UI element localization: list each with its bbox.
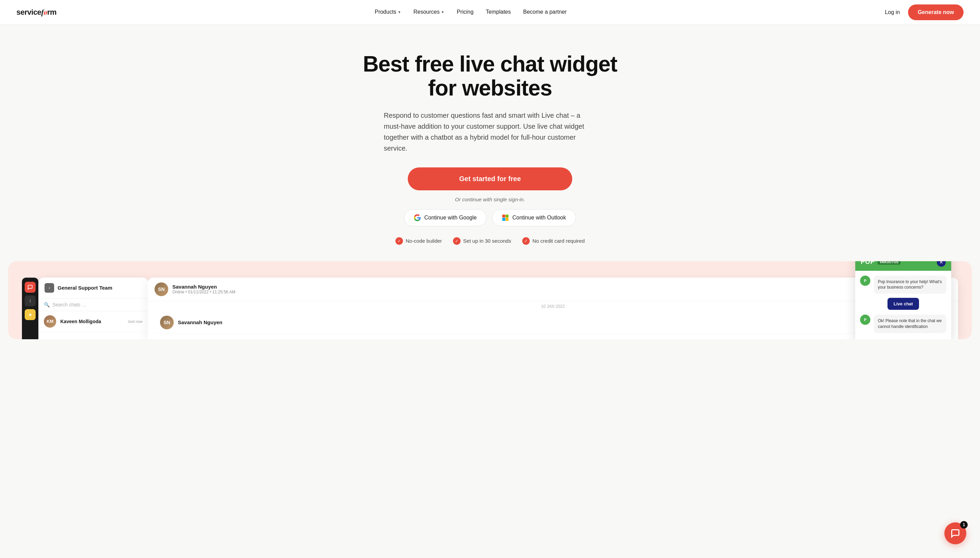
chat-msg-area: 10 JAN 2022 SN Savannah Nguyen: [148, 301, 958, 334]
popup-header: POP VAKUUTUS ✕: [855, 261, 951, 271]
nav-products[interactable]: Products ▼: [374, 9, 401, 15]
svg-rect-1: [506, 215, 509, 218]
back-icon: ‹: [44, 283, 54, 293]
svg-rect-0: [502, 215, 506, 218]
floating-chat-button[interactable]: 1: [944, 522, 966, 544]
google-sso-button[interactable]: Continue with Google: [404, 209, 487, 226]
svg-rect-3: [506, 218, 509, 221]
notification-badge: 1: [960, 521, 968, 528]
login-button[interactable]: Log in: [885, 9, 900, 15]
nav-actions: Log in Generate now: [885, 5, 964, 20]
badge-no-card: ✓ No credit card required: [522, 237, 585, 245]
avatar: SN: [160, 316, 174, 329]
sidebar-icon-grid: ⁝: [25, 295, 36, 306]
chat-user: SN Savannah Nguyen Online • 01/11/2022 •…: [155, 282, 236, 296]
sso-text: Or continue with single sign-in.: [351, 197, 629, 202]
avatar: SN: [155, 282, 168, 296]
sso-buttons: Continue with Google Continue with Outlo…: [351, 209, 629, 226]
close-icon[interactable]: ✕: [937, 261, 946, 267]
team-name: General Support Team: [58, 285, 112, 290]
nav-links: Products ▼ Resources ▼ Pricing Templates: [374, 9, 567, 15]
popup-widget: POP VAKUUTUS ✕ P Pop Insurance to your h…: [855, 261, 951, 339]
cta-button[interactable]: Get started for free: [408, 167, 572, 190]
hero-title: Best free live chat widget for websites: [351, 52, 629, 100]
hero-description: Respond to customer questions fast and s…: [384, 110, 596, 154]
icon-sidebar: ⁝ ★: [22, 277, 38, 339]
check-icon: ✓: [395, 237, 403, 245]
demo-section: ⁝ ★ ‹ General Support Team 🔍 Search chat…: [8, 261, 972, 339]
popup-bubble-2: Ok! Please note that in the chat we cann…: [874, 315, 946, 333]
popup-message: P Pop Insurance to your help! What's you…: [860, 276, 946, 294]
date-divider: 10 JAN 2022: [155, 301, 951, 312]
outlook-icon: [502, 214, 509, 221]
check-icon: ✓: [522, 237, 530, 245]
chevron-down-icon: ▼: [441, 10, 445, 14]
avatar: KM: [44, 315, 56, 328]
nav-pricing[interactable]: Pricing: [457, 9, 474, 15]
sidebar-icon-chat: [25, 282, 36, 293]
logo[interactable]: serviceførm: [16, 8, 56, 17]
chat-sidebar-header: ‹ General Support Team: [38, 277, 148, 299]
hero-section: Best free live chat widget for websites …: [0, 25, 980, 339]
popup-brand: POP VAKUUTUS: [861, 261, 901, 266]
chat-message: SN Savannah Nguyen: [155, 312, 951, 334]
nav-templates[interactable]: Templates: [486, 9, 511, 15]
badge-no-code: ✓ No-code builder: [395, 237, 442, 245]
chat-icon: [950, 528, 960, 538]
outlook-sso-button[interactable]: Continue with Outlook: [492, 209, 576, 226]
avatar: P: [860, 276, 870, 286]
nav-partner[interactable]: Become a partner: [523, 9, 567, 15]
google-icon: [414, 214, 421, 221]
chat-main: SN Savannah Nguyen Online • 01/11/2022 •…: [148, 277, 958, 339]
popup-bubble: Pop Insurance to your help! What's your …: [874, 276, 946, 294]
popup-messages: P Pop Insurance to your help! What's you…: [855, 271, 951, 339]
trust-badges: ✓ No-code builder ✓ Set up in 30 seconds…: [351, 237, 629, 245]
generate-button[interactable]: Generate now: [908, 5, 964, 20]
chevron-down-icon: ▼: [398, 10, 401, 14]
check-icon: ✓: [453, 237, 461, 245]
chat-search[interactable]: 🔍 Search chats ...: [38, 299, 148, 311]
chat-main-header: SN Savannah Nguyen Online • 01/11/2022 •…: [148, 277, 958, 301]
sidebar-icon-star: ★: [25, 309, 36, 320]
search-icon: 🔍: [44, 302, 50, 307]
svg-rect-2: [502, 218, 506, 221]
avatar: P: [860, 315, 870, 325]
chat-sidebar: ‹ General Support Team 🔍 Search chats ..…: [38, 277, 148, 339]
live-chat-button[interactable]: Live chat: [888, 298, 919, 310]
list-item[interactable]: KM Kaveen Molligoda Just now: [38, 311, 148, 332]
badge-setup: ✓ Set up in 30 seconds: [453, 237, 511, 245]
nav-resources[interactable]: Resources ▼: [413, 9, 445, 15]
navbar: serviceførm Products ▼ Resources ▼ Prici…: [0, 0, 980, 25]
popup-message-2: P Ok! Please note that in the chat we ca…: [860, 315, 946, 333]
